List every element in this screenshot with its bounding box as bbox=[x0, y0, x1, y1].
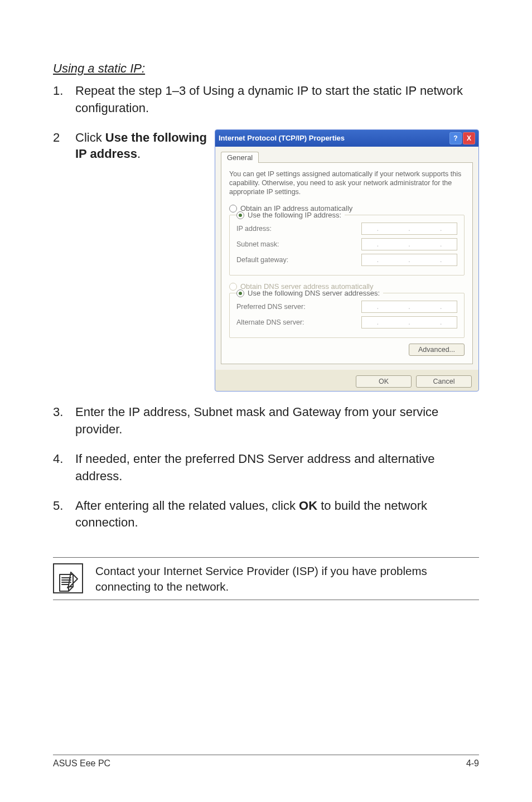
step-2-prefix: Click bbox=[75, 131, 105, 144]
tab-panel: You can get IP settings assigned automat… bbox=[221, 162, 473, 365]
step-4-text: If needed, enter the preferred DNS Serve… bbox=[75, 451, 479, 485]
input-ip[interactable]: ... bbox=[361, 223, 457, 235]
advanced-button[interactable]: Advanced... bbox=[409, 344, 465, 356]
step-3-num: 3. bbox=[53, 404, 75, 438]
help-icon[interactable]: ? bbox=[449, 132, 462, 144]
label-pref-dns: Preferred DNS server: bbox=[236, 303, 306, 311]
radio-use-ip-label: Use the following IP address: bbox=[248, 211, 341, 219]
radio-icon bbox=[229, 283, 237, 291]
radio-use-ip[interactable]: Use the following IP address: bbox=[236, 211, 345, 219]
label-subnet: Subnet mask: bbox=[236, 240, 279, 248]
input-pref-dns[interactable]: ... bbox=[361, 301, 457, 313]
step-2-row: 2 Click Use the following IP address. In… bbox=[53, 129, 479, 392]
step-2-text: Click Use the following IP address. bbox=[75, 129, 215, 162]
step-5-text: After entering all the related values, c… bbox=[75, 497, 479, 532]
step-1-text: Repeat the step 1–3 of Using a dynamic I… bbox=[75, 83, 479, 117]
radio-use-dns-label: Use the following DNS server addresses: bbox=[248, 289, 380, 297]
step-2-num: 2 bbox=[53, 129, 75, 162]
step-5-prefix: After entering all the related values, c… bbox=[75, 499, 299, 513]
radio-use-dns[interactable]: Use the following DNS server addresses: bbox=[236, 289, 383, 297]
dialog-title: Internet Protocol (TCP/IP) Properties bbox=[219, 134, 345, 142]
note-callout: Contact your Internet Service Provider (… bbox=[53, 557, 479, 600]
input-subnet[interactable]: ... bbox=[361, 238, 457, 250]
note-text: Contact your Internet Service Provider (… bbox=[95, 563, 479, 594]
ok-button[interactable]: OK bbox=[356, 375, 412, 388]
section-heading: Using a static IP: bbox=[53, 61, 479, 76]
step-1-num: 1. bbox=[53, 83, 75, 117]
ip-group: Use the following IP address: IP address… bbox=[229, 215, 465, 276]
step-5-num: 5. bbox=[53, 497, 75, 532]
notepad-icon bbox=[53, 563, 83, 593]
page-footer: ASUS Eee PC 4-9 bbox=[53, 755, 479, 769]
step-2-suffix: . bbox=[137, 147, 141, 161]
step-5: 5. After entering all the related values… bbox=[53, 497, 479, 532]
dns-group: Use the following DNS server addresses: … bbox=[229, 293, 465, 338]
label-gateway: Default gateway: bbox=[236, 256, 288, 264]
radio-icon bbox=[236, 211, 244, 219]
radio-icon bbox=[229, 205, 237, 212]
input-gateway[interactable]: ... bbox=[361, 254, 457, 266]
cancel-button[interactable]: Cancel bbox=[416, 375, 472, 388]
close-icon[interactable]: X bbox=[463, 132, 475, 144]
footer-right: 4-9 bbox=[466, 758, 479, 769]
step-3-text: Enter the IP address, Subnet mask and Ga… bbox=[75, 404, 479, 438]
input-alt-dns[interactable]: ... bbox=[361, 316, 457, 328]
dialog-description: You can get IP settings assigned automat… bbox=[229, 170, 465, 197]
footer-left: ASUS Eee PC bbox=[53, 758, 110, 769]
step-4: 4. If needed, enter the preferred DNS Se… bbox=[53, 451, 479, 485]
step-4-num: 4. bbox=[53, 451, 75, 485]
tab-general[interactable]: General bbox=[221, 152, 259, 163]
radio-icon bbox=[236, 289, 244, 297]
label-ip: IP address: bbox=[236, 225, 272, 233]
label-alt-dns: Alternate DNS server: bbox=[236, 318, 304, 326]
tcpip-dialog: Internet Protocol (TCP/IP) Properties ? … bbox=[215, 129, 479, 392]
step-1: 1. Repeat the step 1–3 of Using a dynami… bbox=[53, 83, 479, 117]
step-3: 3. Enter the IP address, Subnet mask and… bbox=[53, 404, 479, 438]
dialog-titlebar: Internet Protocol (TCP/IP) Properties ? … bbox=[215, 130, 478, 147]
step-5-bold: OK bbox=[299, 499, 317, 513]
